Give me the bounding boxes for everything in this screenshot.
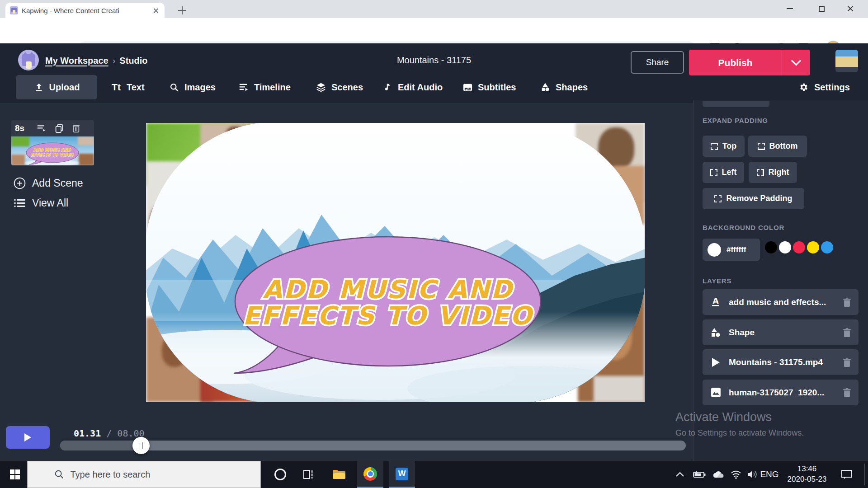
wifi-icon[interactable] [727,461,745,488]
search-input[interactable] [71,469,242,480]
window-maximize-button[interactable] [807,0,835,17]
properties-panel: EXPAND PADDING Top Bottom Left Right Rem… [693,100,868,461]
pad-right-button[interactable]: Right [749,162,797,183]
battery-icon[interactable] [690,461,709,488]
tray-date: 2020-05-23 [788,474,827,485]
add-scene-button[interactable]: Add Scene [14,177,83,189]
swatch-yellow[interactable] [807,241,819,253]
remove-padding-button[interactable]: Remove Padding [703,188,804,209]
layer-row-text[interactable]: A add music and effects... [703,289,859,315]
text-layer-icon: A [710,296,722,308]
scene-timeline-icon[interactable] [37,124,46,132]
tab-shapes[interactable]: Shapes [540,75,588,99]
swatch-blue[interactable] [821,241,833,253]
bubble-text-line1: ADD MUSIC AND [263,275,514,304]
window-minimize-button[interactable] [776,0,804,17]
image-layer-icon [710,387,722,399]
swatch-red[interactable] [793,241,805,253]
cortana-icon [274,469,286,480]
current-color-dot [708,243,721,257]
tab-upload[interactable]: Upload [16,75,97,99]
svg-text:EFFECTS TO VIDEO: EFFECTS TO VIDEO [31,153,74,157]
expand-padding-label: EXPAND PADDING [703,117,768,124]
share-button[interactable]: Share [631,51,684,74]
document-title[interactable]: Mountains - 31175 [344,55,524,66]
delete-layer-icon[interactable] [843,357,851,367]
breadcrumb-workspace-link[interactable]: My Workspace [45,56,108,66]
tray-time: 13:46 [797,464,817,474]
pad-bottom-button[interactable]: Bottom [748,136,807,157]
onedrive-cloud-icon[interactable] [709,461,728,488]
play-button[interactable] [6,426,50,449]
search-icon [54,469,64,479]
task-view-button[interactable] [296,461,321,488]
gear-icon [798,82,809,93]
browser-tab[interactable]: Kapwing - Where Content Creati [5,3,165,18]
time-display: 01.31 / 08.00 [74,428,145,439]
pad-top-button[interactable]: Top [703,136,745,157]
user-avatar[interactable] [835,50,858,72]
swatch-black[interactable] [765,241,777,253]
pad-left-button[interactable]: Left [703,162,744,183]
background-color-chip[interactable]: #ffffff [703,239,760,261]
breadcrumb: My Workspace › Studio [45,54,148,67]
speech-bubble-layer[interactable]: ADD MUSIC AND EFFECTS TO VIDEO [146,123,645,402]
tab-close-icon[interactable] [152,6,160,14]
layer-row-video[interactable]: Mountains - 31175.mp4 [703,349,859,375]
kapwing-logo[interactable] [18,50,39,70]
publish-label: Publish [689,57,782,68]
clipped-button[interactable] [703,101,769,107]
scene-thumbnail-header: 8s [11,120,94,136]
window-close-button[interactable] [836,0,864,17]
tab-text[interactable]: Tt Text [111,75,145,99]
browser-toolbar: kapwing.com/5ec8fc881bdb6d0013cee1d4/stu… [0,18,868,43]
swatch-white[interactable] [779,241,791,253]
tab-images[interactable]: Images [169,75,216,99]
taskbar-search[interactable] [27,461,261,488]
scene-thumbnail-bubble: ADD MUSIC AND EFFECTS TO VIDEO [11,136,94,165]
delete-layer-icon[interactable] [843,328,851,338]
delete-layer-icon[interactable] [843,297,851,307]
taskbar-clock[interactable]: 13:46 2020-05-23 [784,461,830,488]
video-canvas[interactable]: ADD MUSIC AND EFFECTS TO VIDEO [146,123,645,402]
scene-thumbnail[interactable]: ADD MUSIC AND EFFECTS TO VIDEO 8s [11,120,94,165]
activate-windows-hint: Go to Settings to activate Windows. [675,428,804,438]
view-all-button[interactable]: View All [14,197,68,209]
layer-row-shape[interactable]: Shape [703,319,859,345]
publish-dropdown-button[interactable] [782,60,810,66]
file-explorer-button[interactable] [326,461,352,488]
start-button[interactable] [4,461,26,488]
pad-bottom-icon [758,143,765,150]
taskbar-word-button[interactable]: W [389,461,415,488]
folder-icon [332,469,346,480]
action-center-icon [841,469,853,480]
show-desktop-divider[interactable] [864,464,865,485]
cortana-button[interactable] [268,461,293,488]
word-icon: W [396,468,408,480]
scene-duplicate-icon[interactable] [55,124,63,133]
mountains-video-layer[interactable]: ADD MUSIC AND EFFECTS TO VIDEO [146,123,645,402]
tab-edit-audio[interactable]: Edit Audio [382,75,443,99]
app-header: My Workspace › Studio Mountains - 31175 … [0,43,868,103]
kapwing-favicon-icon [10,6,18,14]
text-icon: Tt [111,82,122,93]
seek-thumb[interactable] [132,437,150,454]
search-images-icon [169,82,179,93]
action-center-button[interactable] [835,461,858,488]
tab-scenes[interactable]: Scenes [316,75,363,99]
settings-button[interactable]: Settings [798,75,850,99]
layer-row-image[interactable]: human-3175027_1920... [703,380,859,405]
tab-timeline[interactable]: Timeline [238,75,291,99]
delete-layer-icon[interactable] [843,388,851,398]
new-tab-button[interactable] [176,5,188,16]
scenes-layers-icon [316,82,326,93]
seek-track[interactable] [60,441,686,450]
activate-windows-watermark: Activate Windows [675,410,772,424]
tab-title: Kapwing - Where Content Creati [22,7,148,14]
language-indicator[interactable]: ENG [758,461,781,488]
scene-delete-icon[interactable] [72,124,80,133]
tab-subtitles[interactable]: Subtitles [462,75,516,99]
taskbar-chrome-button[interactable] [357,461,383,488]
editor-toolbar: Upload Tt Text Images Timeline [0,71,868,103]
tray-chevron-up-icon[interactable] [671,461,689,488]
